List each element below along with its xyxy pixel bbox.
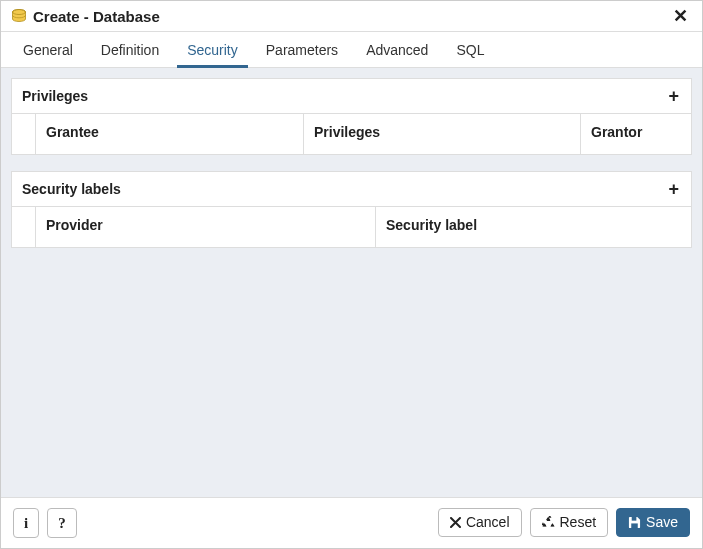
reset-button[interactable]: Reset <box>530 508 609 537</box>
tab-sql[interactable]: SQL <box>442 32 498 67</box>
window-title: Create - Database <box>33 8 669 25</box>
row-handle-column <box>12 114 36 154</box>
column-header-grantee: Grantee <box>36 114 304 154</box>
column-header-grantor: Grantor <box>581 114 691 154</box>
tab-definition[interactable]: Definition <box>87 32 173 67</box>
tab-parameters[interactable]: Parameters <box>252 32 352 67</box>
save-icon <box>628 516 641 529</box>
column-header-privileges: Privileges <box>304 114 581 154</box>
save-button[interactable]: Save <box>616 508 690 537</box>
add-security-label-button[interactable]: + <box>666 180 681 198</box>
close-icon <box>450 517 461 528</box>
plus-icon: + <box>668 86 679 106</box>
column-header-provider: Provider <box>36 207 376 247</box>
add-privilege-button[interactable]: + <box>666 87 681 105</box>
privileges-header: Privileges + <box>11 78 692 114</box>
tab-advanced[interactable]: Advanced <box>352 32 442 67</box>
recycle-icon <box>542 516 555 529</box>
help-button[interactable]: ? <box>47 508 77 539</box>
footer: i ? Cancel Reset <box>1 497 702 549</box>
privileges-table: Grantee Privileges Grantor <box>11 114 692 155</box>
tab-security[interactable]: Security <box>173 32 252 67</box>
security-labels-header: Security labels + <box>11 171 692 207</box>
plus-icon: + <box>668 179 679 199</box>
row-handle-column <box>12 207 36 247</box>
reset-label: Reset <box>560 515 597 530</box>
tab-general[interactable]: General <box>9 32 87 67</box>
cancel-button[interactable]: Cancel <box>438 508 522 537</box>
svg-rect-3 <box>631 524 638 529</box>
svg-rect-2 <box>632 517 637 521</box>
privileges-title: Privileges <box>22 88 88 104</box>
info-button[interactable]: i <box>13 508 39 539</box>
close-icon[interactable]: ✕ <box>669 7 692 25</box>
security-labels-table: Provider Security label <box>11 207 692 248</box>
info-icon: i <box>24 515 28 532</box>
security-labels-title: Security labels <box>22 181 121 197</box>
database-icon <box>11 9 27 23</box>
privileges-panel: Privileges + Grantee Privileges Grantor <box>11 78 692 155</box>
content-area: Privileges + Grantee Privileges Grantor … <box>1 68 702 497</box>
save-label: Save <box>646 515 678 530</box>
titlebar: Create - Database ✕ <box>1 1 702 32</box>
tab-bar: General Definition Security Parameters A… <box>1 32 702 68</box>
cancel-label: Cancel <box>466 515 510 530</box>
security-labels-panel: Security labels + Provider Security labe… <box>11 171 692 248</box>
question-icon: ? <box>58 515 66 532</box>
column-header-security-label: Security label <box>376 207 691 247</box>
